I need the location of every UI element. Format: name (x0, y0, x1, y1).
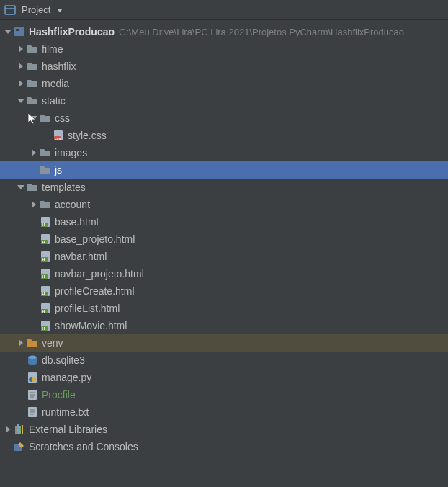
file-db-sqlite3[interactable]: db.sqlite3 (0, 352, 448, 369)
folder-label: account (55, 199, 90, 210)
folder-icon (26, 43, 39, 55)
database-icon (26, 354, 39, 366)
folder-icon (39, 147, 52, 158)
scratches-icon (13, 441, 26, 452)
file-base-html[interactable]: base.html (0, 213, 448, 231)
python-file-icon (26, 372, 39, 383)
folder-label: hashflix (42, 61, 76, 72)
html-file-icon (39, 320, 52, 331)
scratches-label: Scratches and Consoles (29, 441, 138, 452)
folder-icon (26, 182, 39, 193)
folder-templates[interactable]: templates (0, 179, 448, 196)
folder-images[interactable]: images (0, 144, 448, 161)
file-label: navbar_projeto.html (55, 268, 144, 280)
file-label: base_projeto.html (55, 233, 135, 245)
folder-icon (39, 112, 52, 124)
folder-icon (26, 95, 39, 107)
chevron-down-icon[interactable] (16, 184, 26, 191)
file-runtime-txt[interactable]: runtime.txt (0, 403, 448, 421)
folder-account[interactable]: account (0, 196, 448, 213)
project-view-icon (4, 4, 16, 16)
chevron-down-icon[interactable] (3, 28, 13, 35)
panel-title: Project (22, 4, 50, 15)
file-label: showMovie.html (55, 320, 127, 331)
file-label: style.css (68, 130, 107, 141)
text-file-icon (26, 389, 39, 401)
chevron-right-icon[interactable] (29, 201, 39, 208)
chevron-down-icon[interactable] (29, 115, 39, 122)
folder-icon (39, 164, 52, 176)
file-profilelist-html[interactable]: profileList.html (0, 300, 448, 317)
external-libraries[interactable]: External Libraries (0, 421, 448, 438)
folder-venv[interactable]: venv (0, 334, 448, 352)
folder-label: templates (42, 182, 86, 193)
html-file-icon (39, 233, 52, 245)
folder-hashflix[interactable]: hashflix (0, 58, 448, 75)
folder-label: media (42, 78, 69, 89)
file-label: navbar.html (55, 251, 107, 262)
text-file-icon (26, 406, 39, 418)
html-file-icon (39, 285, 52, 297)
project-panel-header[interactable]: Project (0, 0, 448, 20)
root-path: G:\Meu Drive\Lira\PC Lira 2021\Projetos … (119, 27, 404, 37)
libraries-icon (13, 424, 26, 435)
root-name: HashflixProducao (29, 26, 115, 37)
file-profilecreate-html[interactable]: profileCreate.html (0, 282, 448, 300)
folder-label: filme (42, 43, 63, 55)
folder-icon (26, 78, 39, 89)
folder-orange-icon (26, 337, 39, 349)
file-base-projeto-html[interactable]: base_projeto.html (0, 231, 448, 248)
html-file-icon (39, 251, 52, 262)
folder-filme[interactable]: filme (0, 40, 448, 58)
file-label: runtime.txt (42, 406, 89, 418)
folder-label: css (55, 112, 70, 124)
folder-label: venv (42, 337, 63, 349)
project-tree: HashflixProducao G:\Meu Drive\Lira\PC Li… (0, 20, 448, 455)
file-label: manage.py (42, 372, 91, 383)
folder-icon (39, 199, 52, 210)
project-root[interactable]: HashflixProducao G:\Meu Drive\Lira\PC Li… (0, 23, 448, 40)
file-label: db.sqlite3 (42, 354, 85, 366)
file-label: Procfile (42, 389, 76, 401)
html-file-icon (39, 268, 52, 280)
folder-js[interactable]: js (0, 161, 448, 179)
external-label: External Libraries (29, 424, 107, 435)
chevron-right-icon[interactable] (16, 80, 26, 87)
chevron-right-icon[interactable] (16, 63, 26, 70)
folder-media[interactable]: media (0, 75, 448, 92)
scratches-and-consoles[interactable]: Scratches and Consoles (0, 438, 448, 455)
file-showmovie-html[interactable]: showMovie.html (0, 317, 448, 334)
file-style-css[interactable]: style.css (0, 127, 448, 144)
folder-label: static (42, 95, 66, 107)
dropdown-icon[interactable] (56, 6, 63, 14)
html-file-icon (39, 216, 52, 228)
folder-icon (26, 61, 39, 72)
chevron-right-icon[interactable] (3, 426, 13, 433)
folder-static[interactable]: static (0, 92, 448, 110)
file-manage-py[interactable]: manage.py (0, 369, 448, 386)
file-navbar-projeto-html[interactable]: navbar_projeto.html (0, 265, 448, 282)
chevron-right-icon[interactable] (16, 45, 26, 53)
html-file-icon (39, 303, 52, 314)
file-label: base.html (55, 216, 99, 228)
chevron-down-icon[interactable] (16, 97, 26, 104)
chevron-right-icon[interactable] (16, 339, 26, 347)
file-label: profileList.html (55, 303, 120, 314)
folder-css[interactable]: css (0, 110, 448, 127)
css-file-icon (52, 130, 65, 141)
module-icon (13, 26, 26, 37)
file-procfile[interactable]: Procfile (0, 386, 448, 403)
file-label: profileCreate.html (55, 285, 135, 297)
folder-label: js (55, 164, 62, 176)
folder-label: images (55, 147, 87, 158)
svg-rect-21 (5, 6, 15, 14)
file-navbar-html[interactable]: navbar.html (0, 248, 448, 265)
chevron-right-icon[interactable] (29, 149, 39, 156)
